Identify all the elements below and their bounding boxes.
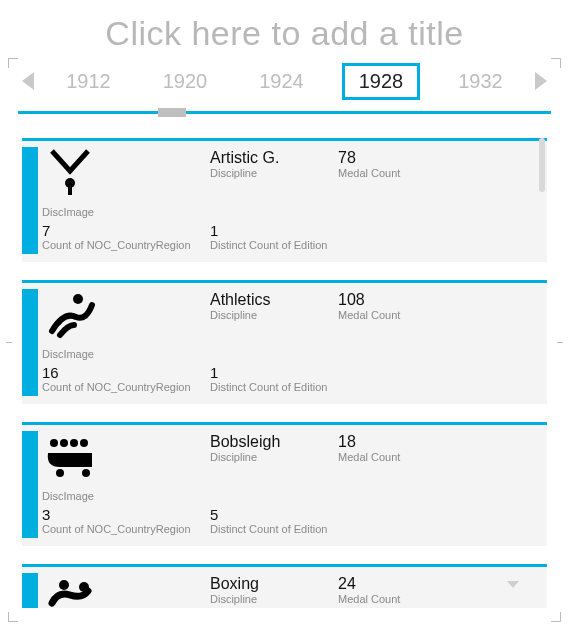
page-title[interactable]: Click here to add a title: [0, 0, 569, 59]
noc-label: Count of NOC_CountryRegion: [42, 381, 210, 393]
svg-rect-1: [68, 187, 72, 195]
selection-corner: [551, 612, 561, 622]
card-item[interactable]: Bobsleigh Discipline 18 Medal Count Disc…: [22, 422, 547, 546]
noc-value: 7: [42, 222, 210, 239]
tile-list: 1912 1920 1924 1928 1932: [52, 63, 517, 100]
svg-point-3: [50, 439, 58, 447]
discipline-value: Athletics: [210, 291, 338, 309]
tile-scrollbar-thumb[interactable]: [158, 108, 186, 117]
discipline-label: Discipline: [210, 167, 338, 179]
distinct-value: 1: [210, 364, 541, 381]
discimage-label: DiscImage: [42, 490, 210, 502]
card-item[interactable]: Athletics Discipline 108 Medal Count Dis…: [22, 280, 547, 404]
noc-value: 16: [42, 364, 210, 381]
bobsleigh-icon: [42, 467, 98, 484]
vertical-scrollbar[interactable]: [539, 138, 545, 192]
tile-1928[interactable]: 1928: [342, 63, 421, 100]
dropdown-icon[interactable]: [507, 581, 519, 588]
svg-point-8: [82, 469, 90, 477]
noc-label: Count of NOC_CountryRegion: [42, 523, 210, 535]
tile-scrollbar-track[interactable]: [18, 111, 551, 114]
discipline-value: Bobsleigh: [210, 433, 338, 451]
svg-point-10: [79, 582, 89, 592]
card-item[interactable]: Artistic G. Discipline 78 Medal Count Di…: [22, 138, 547, 262]
svg-point-2: [73, 294, 83, 304]
tile-navigator: 1912 1920 1924 1928 1932: [0, 59, 569, 103]
distinct-label: Distinct Count of Edition: [210, 239, 541, 251]
svg-point-9: [59, 580, 69, 590]
discipline-label: Discipline: [210, 309, 338, 321]
medal-label: Medal Count: [338, 309, 541, 321]
athletics-icon: [42, 325, 98, 342]
tile-1920[interactable]: 1920: [149, 66, 222, 97]
svg-point-0: [65, 178, 75, 188]
discimage-label: DiscImage: [42, 206, 210, 218]
card-accent: [22, 289, 38, 396]
discipline-icon-cell: [38, 147, 210, 204]
tile-1932[interactable]: 1932: [444, 66, 517, 97]
card-accent: [22, 573, 38, 608]
svg-point-5: [70, 439, 78, 447]
discipline-value: Artistic G.: [210, 149, 338, 167]
medal-label: Medal Count: [338, 167, 541, 179]
medal-label: Medal Count: [338, 451, 541, 463]
selection-corner: [8, 58, 18, 68]
discipline-value: Boxing: [210, 575, 338, 593]
noc-label: Count of NOC_CountryRegion: [42, 239, 210, 251]
selection-handle[interactable]: [6, 342, 12, 343]
medal-value: 78: [338, 149, 541, 167]
discipline-label: Discipline: [210, 593, 338, 605]
distinct-value: 5: [210, 506, 541, 523]
discipline-icon-cell: [38, 431, 210, 488]
nav-prev-icon[interactable]: [22, 72, 34, 90]
selection-handle[interactable]: [557, 342, 563, 343]
noc-value: 3: [42, 506, 210, 523]
discipline-label: Discipline: [210, 451, 338, 463]
svg-point-6: [80, 439, 88, 447]
tile-1912[interactable]: 1912: [52, 66, 125, 97]
card-item[interactable]: Boxing Discipline 24 Medal Count: [22, 564, 547, 608]
medal-value: 18: [338, 433, 541, 451]
discipline-icon-cell: [38, 289, 210, 346]
gymnastics-icon: [42, 183, 98, 200]
nav-next-icon[interactable]: [535, 72, 547, 90]
discipline-icon-cell: [38, 573, 210, 608]
svg-point-4: [60, 439, 68, 447]
distinct-value: 1: [210, 222, 541, 239]
medal-label: Medal Count: [338, 593, 541, 605]
medal-value: 108: [338, 291, 541, 309]
selection-corner: [8, 612, 18, 622]
card-accent: [22, 147, 38, 254]
distinct-label: Distinct Count of Edition: [210, 523, 541, 535]
selection-corner: [551, 58, 561, 68]
distinct-label: Distinct Count of Edition: [210, 381, 541, 393]
discimage-label: DiscImage: [42, 348, 210, 360]
svg-point-7: [56, 469, 64, 477]
card-list: Artistic G. Discipline 78 Medal Count Di…: [22, 138, 547, 608]
tile-1924[interactable]: 1924: [245, 66, 318, 97]
card-accent: [22, 431, 38, 538]
